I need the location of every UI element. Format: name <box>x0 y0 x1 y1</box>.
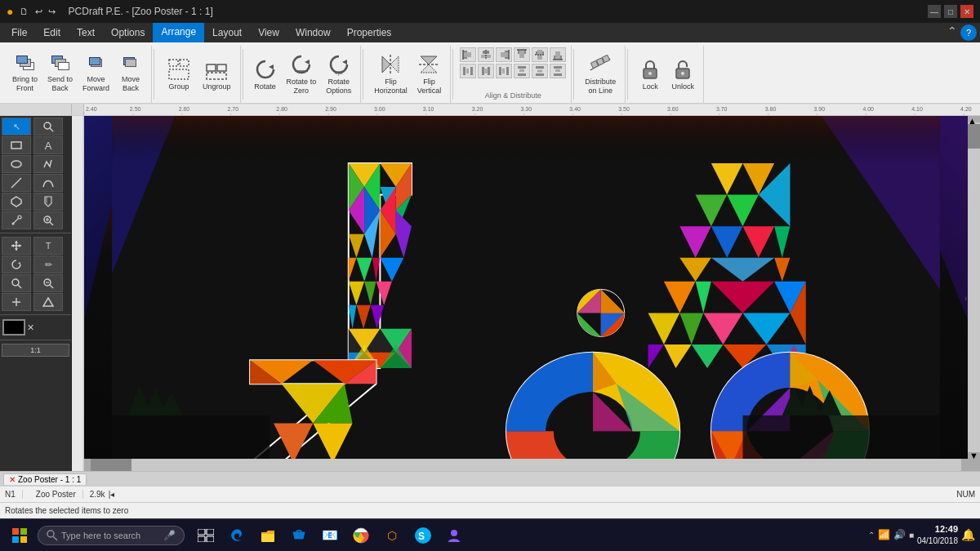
start-button[interactable] <box>5 521 34 550</box>
dist-right-button[interactable] <box>496 64 512 78</box>
notifications-btn[interactable]: 🔔 <box>961 528 975 541</box>
menu-layout[interactable]: Layout <box>204 23 250 42</box>
dist-left-button[interactable] <box>460 64 476 78</box>
align-center-h-button[interactable] <box>478 47 494 62</box>
tool-eyedrop[interactable] <box>2 211 31 229</box>
tool-pencil2[interactable]: ✏ <box>33 256 63 273</box>
tool-pencil[interactable] <box>33 155 63 173</box>
tool-line[interactable] <box>2 174 31 192</box>
taskbar-time[interactable]: 12:49 04/10/2018 <box>917 523 958 547</box>
dist-top-button[interactable] <box>514 64 530 78</box>
tool-curve[interactable] <box>33 174 63 192</box>
tool-measure[interactable] <box>33 293 63 311</box>
document-name: Zoo Poster <box>29 490 83 499</box>
scroll-h-thumb[interactable] <box>91 459 131 471</box>
tool-zoomout[interactable] <box>33 274 63 292</box>
tool-zoom2[interactable] <box>33 211 63 229</box>
menu-properties[interactable]: Properties <box>339 23 400 42</box>
taskbar-app-skype[interactable]: S <box>408 521 438 550</box>
menu-text[interactable]: Text <box>69 23 103 42</box>
tool-text2[interactable]: T <box>33 237 63 255</box>
move-back-button[interactable]: MoveBack <box>115 53 146 96</box>
canvas-area[interactable]: ▲ ▼ › <box>84 116 980 471</box>
menu-window[interactable]: Window <box>287 23 339 42</box>
taskbar-app-explorer[interactable] <box>253 521 283 550</box>
tool-select[interactable]: ↖ <box>2 118 31 136</box>
send-to-back-button[interactable]: Send toBack <box>43 53 77 96</box>
tray-expand[interactable]: ⌃ <box>868 531 875 540</box>
dist-center-h-button[interactable] <box>478 64 494 78</box>
scroll-h-left[interactable] <box>84 459 91 471</box>
tray-network[interactable]: 📶 <box>878 529 890 540</box>
tab-close-btn[interactable]: ✕ <box>9 475 16 484</box>
align-left-button[interactable] <box>460 47 476 62</box>
tool-rect[interactable] <box>2 136 31 154</box>
maximize-button[interactable]: □ <box>944 5 957 18</box>
title-bar-controls: — □ ✕ <box>928 5 973 18</box>
bring-to-front-button[interactable]: Bring toFront <box>8 53 42 96</box>
tool-zoom[interactable] <box>33 118 63 136</box>
align-middle-button[interactable] <box>532 47 548 62</box>
tool-nudge[interactable] <box>2 293 31 311</box>
menu-options[interactable]: Options <box>103 23 153 42</box>
taskbar-app-people[interactable] <box>439 521 469 550</box>
flip-horizontal-button[interactable]: FlipHorizontal <box>370 53 412 96</box>
taskbar-app-mail[interactable]: 📧 <box>315 521 345 550</box>
tool-oval[interactable] <box>2 155 31 173</box>
new-icon[interactable]: 🗋 <box>18 7 30 16</box>
color-swatch[interactable] <box>2 319 25 335</box>
align-top-button[interactable] <box>514 47 530 62</box>
undo-icon[interactable]: ↩ <box>33 7 44 16</box>
tool-poly[interactable] <box>2 193 31 211</box>
menu-view[interactable]: View <box>250 23 287 42</box>
scrollbar-v[interactable]: ▲ ▼ <box>968 116 980 459</box>
taskbar-search[interactable]: Type here to search 🎤 <box>38 526 185 545</box>
dist-middle-button[interactable] <box>532 64 548 78</box>
taskbar-app-taskview[interactable] <box>191 521 220 550</box>
align-bottom-button[interactable] <box>550 47 566 62</box>
tool-zoomin2[interactable] <box>2 274 31 292</box>
zoom-icon[interactable]: |◂ <box>109 490 115 499</box>
scroll-v-up[interactable]: ▲ <box>968 116 980 122</box>
tool-rotate-sub[interactable] <box>2 256 31 273</box>
tool-move[interactable] <box>2 237 31 255</box>
ungroup-button[interactable]: Ungroup <box>198 53 235 96</box>
group-button[interactable]: Group <box>161 53 197 96</box>
scroll-v-down[interactable]: ▼ <box>968 452 980 459</box>
help-button[interactable]: ? <box>960 24 977 41</box>
unlock-button[interactable]: Unlock <box>667 53 698 96</box>
scale-indicator[interactable]: 1:1 <box>2 344 69 357</box>
taskbar-app-edge[interactable] <box>222 521 252 550</box>
document-tab[interactable]: ✕ Zoo Poster - 1 : 1 <box>3 473 87 485</box>
move-forward-button[interactable]: MoveForward <box>78 53 114 96</box>
scroll-v-thumb[interactable] <box>968 124 980 149</box>
svg-rect-52 <box>554 73 562 76</box>
menu-file[interactable]: File <box>3 23 35 42</box>
color-close[interactable]: ✕ <box>27 322 34 333</box>
scroll-h-right[interactable] <box>961 459 968 471</box>
dist-bottom-button[interactable] <box>550 64 566 78</box>
close-button[interactable]: ✕ <box>960 5 973 18</box>
rotate-options-icon: opt <box>327 53 350 76</box>
taskbar-app-pcdraft[interactable]: ⬡ <box>377 521 407 550</box>
flip-vertical-button[interactable]: FlipVertical <box>413 53 446 96</box>
align-right-button[interactable] <box>496 47 512 62</box>
tray-volume[interactable]: 🔊 <box>893 529 906 540</box>
tool-bucket[interactable] <box>33 193 63 211</box>
voice-icon[interactable]: 🎤 <box>163 530 176 541</box>
rotate-options-button[interactable]: opt RotateOptions <box>322 53 355 96</box>
chevron-up-icon[interactable]: ⌃ <box>947 24 957 41</box>
menu-edit[interactable]: Edit <box>35 23 69 42</box>
rotate-button[interactable]: Rotate <box>250 53 281 96</box>
redo-icon[interactable]: ↪ <box>47 7 57 16</box>
clock-date: 04/10/2018 <box>917 535 958 547</box>
distribute-on-line-button[interactable]: Distributeon Line <box>581 53 620 96</box>
minimize-button[interactable]: — <box>928 5 941 18</box>
lock-button[interactable]: Lock <box>635 53 666 96</box>
rotate-to-zero-button[interactable]: Rotate toZero <box>283 53 321 96</box>
tool-text[interactable]: A <box>33 136 63 154</box>
scrollbar-h[interactable] <box>84 459 968 471</box>
taskbar-app-chrome[interactable] <box>346 521 376 550</box>
taskbar-app-store[interactable] <box>284 521 314 550</box>
menu-arrange[interactable]: Arrange <box>153 23 204 42</box>
